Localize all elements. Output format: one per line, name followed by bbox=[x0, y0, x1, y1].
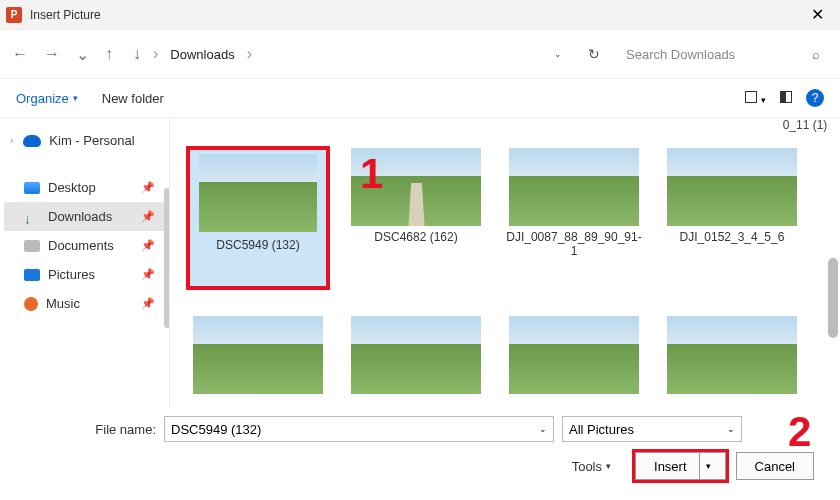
search-placeholder: Search Downloads bbox=[626, 47, 735, 62]
file-caption: DJI_0152_3_4_5_6 bbox=[680, 230, 785, 244]
breadcrumb-current[interactable]: Downloads bbox=[170, 47, 234, 62]
sidebar-item-label: Pictures bbox=[48, 267, 95, 282]
sidebar-item-music[interactable]: Music 📌 bbox=[4, 289, 165, 318]
history-dropdown-icon[interactable]: ⌄ bbox=[76, 45, 89, 64]
address-bar[interactable]: ↓ › Downloads › ⌄ bbox=[125, 36, 570, 72]
file-type-filter[interactable]: All Pictures ⌄ bbox=[562, 416, 742, 442]
tools-button[interactable]: Tools▾ bbox=[572, 459, 611, 474]
expand-icon[interactable]: › bbox=[10, 135, 13, 146]
downloads-icon: ↓ bbox=[24, 211, 40, 223]
partial-row-label: 0_11 (1) bbox=[470, 118, 840, 132]
nav-bar: ← → ⌄ ↑ ↓ › Downloads › ⌄ ↻ Search Downl… bbox=[0, 30, 840, 78]
up-icon[interactable]: ↑ bbox=[105, 45, 113, 63]
organize-button[interactable]: Organize▾ bbox=[16, 91, 78, 106]
close-icon[interactable]: ✕ bbox=[801, 3, 834, 26]
view-mode-button[interactable]: ▾ bbox=[745, 89, 766, 107]
sidebar-account[interactable]: › Kim - Personal bbox=[4, 126, 165, 155]
pictures-icon bbox=[24, 269, 40, 281]
pin-icon: 📌 bbox=[141, 268, 155, 281]
file-item[interactable]: DJI_0152_3_4_5_6 bbox=[662, 148, 802, 288]
annotation-1: 1 bbox=[360, 150, 383, 198]
filename-input[interactable]: DSC5949 (132) ⌄ bbox=[164, 416, 554, 442]
file-item[interactable] bbox=[504, 316, 644, 394]
help-icon[interactable]: ? bbox=[806, 89, 824, 107]
sidebar: › Kim - Personal Desktop 📌 ↓ Downloads 📌… bbox=[0, 118, 170, 408]
content-scrollbar[interactable] bbox=[828, 258, 838, 338]
pin-icon: 📌 bbox=[141, 181, 155, 194]
sidebar-account-label: Kim - Personal bbox=[49, 133, 134, 148]
dialog-title: Insert Picture bbox=[30, 8, 101, 22]
pin-icon: 📌 bbox=[141, 210, 155, 223]
search-input[interactable]: Search Downloads ⌕ bbox=[618, 36, 828, 72]
forward-icon[interactable]: → bbox=[44, 45, 60, 63]
breadcrumb-sep: › bbox=[153, 45, 158, 63]
file-item[interactable] bbox=[662, 316, 802, 394]
file-item[interactable]: DJI_0087_88_89_90_91-1 bbox=[504, 148, 644, 288]
refresh-icon[interactable]: ↻ bbox=[582, 46, 606, 62]
insert-dropdown-icon[interactable]: ▾ bbox=[699, 453, 717, 479]
documents-icon bbox=[24, 240, 40, 252]
preview-pane-button[interactable] bbox=[780, 89, 792, 107]
file-item-selected[interactable]: DSC5949 (132) bbox=[188, 148, 328, 288]
onedrive-icon bbox=[23, 135, 41, 147]
sidebar-item-desktop[interactable]: Desktop 📌 bbox=[4, 173, 165, 202]
file-grid: 0_11 (1) DSC5949 (132) DSC4682 (162) DJI… bbox=[170, 118, 840, 408]
insert-button[interactable]: Insert ▾ bbox=[635, 452, 726, 480]
desktop-icon bbox=[24, 182, 40, 194]
music-icon bbox=[24, 297, 38, 311]
sidebar-item-downloads[interactable]: ↓ Downloads 📌 bbox=[4, 202, 165, 231]
filter-dropdown-icon[interactable]: ⌄ bbox=[727, 424, 735, 434]
filter-value: All Pictures bbox=[569, 422, 634, 437]
title-bar: P Insert Picture ✕ bbox=[0, 0, 840, 30]
file-item[interactable] bbox=[346, 316, 486, 394]
address-dropdown-icon[interactable]: ⌄ bbox=[554, 49, 562, 59]
sidebar-item-label: Documents bbox=[48, 238, 114, 253]
file-caption: DJI_0087_88_89_90_91-1 bbox=[504, 230, 644, 259]
filename-label: File name: bbox=[16, 422, 156, 437]
breadcrumb-sep: › bbox=[247, 45, 252, 63]
sidebar-item-label: Desktop bbox=[48, 180, 96, 195]
sidebar-item-label: Music bbox=[46, 296, 80, 311]
pin-icon: 📌 bbox=[141, 239, 155, 252]
downloads-icon: ↓ bbox=[133, 45, 141, 63]
filename-value: DSC5949 (132) bbox=[171, 422, 261, 437]
powerpoint-icon: P bbox=[6, 7, 22, 23]
new-folder-button[interactable]: New folder bbox=[102, 91, 164, 106]
search-icon: ⌕ bbox=[812, 47, 820, 62]
file-caption: DSC5949 (132) bbox=[216, 238, 299, 252]
back-icon[interactable]: ← bbox=[12, 45, 28, 63]
file-item[interactable] bbox=[188, 316, 328, 394]
sidebar-item-documents[interactable]: Documents 📌 bbox=[4, 231, 165, 260]
pin-icon: 📌 bbox=[141, 297, 155, 310]
annotation-2: 2 bbox=[788, 408, 811, 456]
sidebar-item-pictures[interactable]: Pictures 📌 bbox=[4, 260, 165, 289]
filename-dropdown-icon[interactable]: ⌄ bbox=[539, 424, 547, 434]
cancel-button[interactable]: Cancel bbox=[736, 452, 814, 480]
sidebar-item-label: Downloads bbox=[48, 209, 112, 224]
file-caption: DSC4682 (162) bbox=[374, 230, 457, 244]
dialog-footer: File name: DSC5949 (132) ⌄ All Pictures … bbox=[0, 408, 840, 488]
command-bar: Organize▾ New folder ▾ ? bbox=[0, 78, 840, 118]
